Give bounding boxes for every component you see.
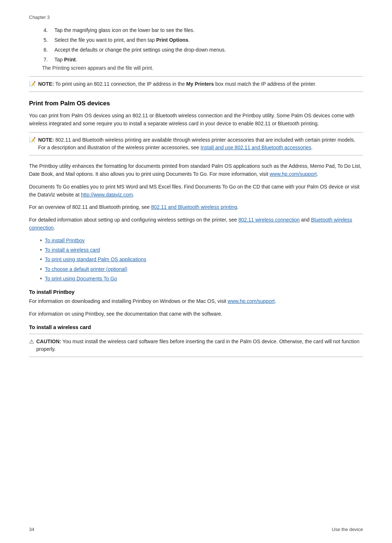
body-para-3: Documents To Go enables you to print MS …: [29, 183, 363, 199]
install-wireless-heading: To install a wireless card: [29, 324, 363, 330]
body-para-5: For detailed information about setting u…: [29, 216, 363, 232]
note-1-text: NOTE: To print using an 802.11 connectio…: [38, 80, 317, 88]
bullet-link-list: To install Printboy To install a wireles…: [40, 236, 363, 283]
chapter-label: Chapter 3: [29, 15, 363, 20]
body-para-2: The Printboy utility enhances the format…: [29, 162, 363, 178]
step-7-text: Tap Print.: [54, 56, 77, 64]
bullet-item-4: To print using Documents To Go: [40, 275, 363, 283]
footer-label: Use the device: [332, 527, 363, 532]
bullet-link-0[interactable]: To install Printboy: [45, 236, 85, 244]
step-5: 5. Select the file you want to print, an…: [44, 36, 363, 44]
caution-box: ⚠ CAUTION: You must install the wireless…: [29, 334, 363, 357]
bullet-link-1[interactable]: To install a wireless card: [45, 246, 100, 254]
install-printboy-link[interactable]: www.hp.com/support: [228, 298, 275, 304]
note-box-1: 📝 NOTE: To print using an 802.11 connect…: [29, 76, 363, 92]
footer: 34 Use the device: [29, 527, 363, 532]
bullet-item-0: To install Printboy: [40, 236, 363, 244]
para5-link1[interactable]: 802.11 wireless connection: [238, 217, 300, 223]
para3-link[interactable]: http://www.dataviz.com: [81, 192, 133, 198]
body-para-1: You can print from Palm OS devices using…: [29, 112, 363, 128]
caution-icon: ⚠: [29, 338, 34, 345]
bullet-item-1: To install a wireless card: [40, 246, 363, 254]
step-6-text: Accept the defaults or change the print …: [54, 46, 226, 54]
note2-link[interactable]: Install and use 802.11 and Bluetooth acc…: [200, 145, 311, 150]
install-printboy-para1: For information on downloading and insta…: [29, 297, 363, 305]
install-printboy-heading: To install Printboy: [29, 289, 363, 295]
footer-page-num: 34: [29, 527, 34, 532]
step-5-text: Select the file you want to print, and t…: [54, 36, 190, 44]
body-para-4: For an overview of 802.11 and Bluetooth …: [29, 203, 363, 211]
bullet-link-4[interactable]: To print using Documents To Go: [45, 275, 117, 283]
note-box-2: 📝 NOTE: 802.11 and Bluetooth wireless pr…: [29, 132, 363, 155]
step-4-text: Tap the magnifying glass icon on the low…: [54, 27, 195, 34]
para4-link[interactable]: 802.11 and Bluetooth wireless printing: [151, 204, 237, 210]
note-2-text: NOTE: 802.11 and Bluetooth wireless prin…: [38, 136, 363, 151]
step-4: 4. Tap the magnifying glass icon on the …: [44, 27, 363, 34]
step-7-subtext: The Printing screen appears and the file…: [42, 64, 363, 72]
bullet-item-2: To print using standard Palm OS applicat…: [40, 255, 363, 263]
install-printboy-para2: For information on using Printboy, see t…: [29, 310, 363, 318]
bullet-link-3[interactable]: To choose a default printer (optional): [45, 265, 127, 273]
bullet-link-2[interactable]: To print using standard Palm OS applicat…: [45, 255, 146, 263]
print-palm-heading: Print from Palm OS devices: [29, 100, 363, 107]
para2-link[interactable]: www.hp.com/support: [270, 171, 317, 177]
caution-text: CAUTION: You must install the wireless c…: [36, 338, 363, 353]
step-7: 7. Tap Print.: [44, 56, 363, 64]
step-6: 6. Accept the defaults or change the pri…: [44, 46, 363, 54]
note-icon-1: 📝: [29, 81, 36, 87]
note-icon-2: 📝: [29, 137, 36, 143]
bullet-item-3: To choose a default printer (optional): [40, 265, 363, 273]
